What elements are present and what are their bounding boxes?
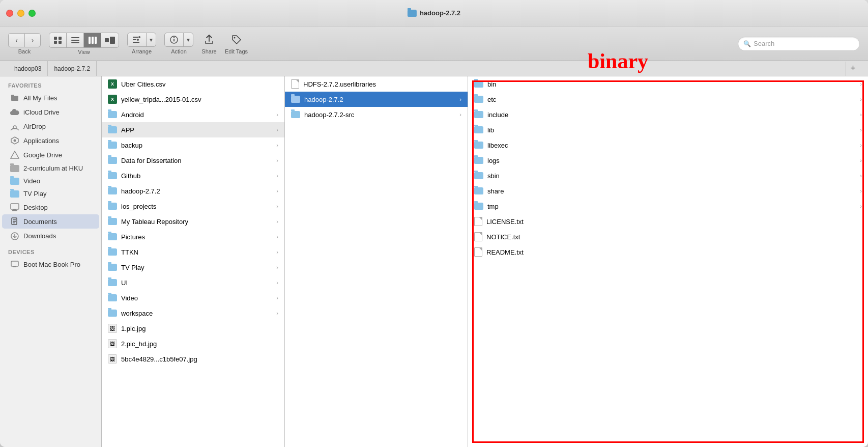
folder-icon [474, 126, 483, 133]
arrow-icon: › [860, 203, 862, 209]
list-item[interactable]: logs › [468, 153, 868, 168]
action-dropdown-btn[interactable]: ▼ [184, 33, 193, 46]
sidebar-label-video: Video [23, 177, 40, 185]
sidebar-item-documents[interactable]: Documents [2, 214, 99, 229]
list-item[interactable]: Video › [102, 290, 284, 305]
sidebar-item-airdrop[interactable]: AirDrop [2, 119, 99, 133]
list-item[interactable]: backup › [102, 137, 284, 153]
add-tab-button[interactable]: + [846, 62, 860, 76]
list-item[interactable]: Github › [102, 168, 284, 183]
list-item[interactable]: README.txt [468, 244, 868, 260]
image-icon: 🖼 [108, 354, 117, 364]
folder-icon [474, 80, 483, 88]
folder-icon [108, 187, 117, 194]
search-bar[interactable]: 🔍 Search [738, 37, 860, 51]
list-item[interactable]: Data for Dissertation › [102, 153, 284, 168]
list-item[interactable]: workspace › [102, 305, 284, 321]
list-item[interactable]: libexec › [468, 137, 868, 153]
svg-point-15 [138, 36, 140, 38]
list-item[interactable]: LICENSE.txt [468, 214, 868, 229]
list-item[interactable]: share › [468, 183, 868, 199]
maximize-button[interactable] [28, 10, 36, 17]
arrow-icon: › [276, 295, 278, 301]
share-group[interactable]: Share [201, 33, 217, 54]
edit-tags-icon [229, 33, 244, 47]
breadcrumb-hadoop03[interactable]: hadoop03 [8, 61, 48, 76]
forward-button[interactable]: › [24, 33, 41, 47]
view-list-btn[interactable] [67, 33, 84, 47]
list-item[interactable]: My Tableau Repository › [102, 214, 284, 229]
list-item[interactable]: 🖼 1.pic.jpg [102, 321, 284, 336]
list-item[interactable]: etc › [468, 92, 868, 107]
folder-icon [108, 172, 117, 179]
folder-icon [108, 233, 117, 240]
item-name: share [487, 187, 856, 195]
sidebar-item-google-drive[interactable]: Google Drive [2, 148, 99, 162]
item-name: Github [121, 172, 272, 180]
svg-rect-2 [54, 41, 57, 44]
action-main-btn[interactable] [165, 33, 184, 46]
svg-rect-11 [110, 37, 115, 44]
sidebar-item-all-my-files[interactable]: All My Files [2, 91, 99, 105]
list-item[interactable]: APP › [102, 122, 284, 137]
edit-tags-label: Edit Tags [225, 48, 248, 54]
list-item[interactable]: lib › [468, 122, 868, 137]
arrow-icon: › [459, 96, 461, 102]
list-item[interactable]: 🖼 2.pic_hd.jpg [102, 336, 284, 351]
item-name: include [487, 111, 856, 119]
list-item[interactable]: hadoop-2.7.2 › [102, 183, 284, 199]
folder-icon [291, 111, 300, 118]
back-button[interactable]: ‹ [8, 33, 24, 47]
svg-rect-21 [11, 96, 18, 101]
list-item[interactable]: include › [468, 107, 868, 122]
item-name: hadoop-2.7.2-src [304, 111, 455, 119]
action-inner: ▼ [164, 33, 193, 47]
sidebar-item-device[interactable]: Boot Mac Book Pro [2, 257, 99, 271]
sidebar-item-desktop[interactable]: Desktop [2, 200, 99, 214]
list-item[interactable]: X yellow_tripda...2015-01.csv [102, 92, 284, 107]
arrow-icon: › [276, 157, 278, 163]
item-name: README.txt [486, 248, 862, 256]
view-column-btn[interactable] [84, 33, 101, 47]
svg-point-16 [137, 39, 139, 41]
sidebar-item-tv-play[interactable]: TV Play [2, 187, 99, 200]
sidebar-label-tv-play: TV Play [23, 190, 47, 198]
item-name: My Tableau Repository [121, 218, 272, 226]
view-icon-btn[interactable] [49, 33, 67, 47]
edit-tags-group[interactable]: Edit Tags [225, 33, 248, 54]
list-item[interactable]: TV Play › [102, 260, 284, 275]
list-item[interactable]: sbin › [468, 168, 868, 183]
list-item[interactable]: TTKN › [102, 244, 284, 260]
list-item[interactable]: X Uber Cities.csv [102, 76, 284, 92]
list-item[interactable]: tmp › [468, 199, 868, 214]
close-button[interactable] [6, 10, 13, 17]
folder-icon [474, 111, 483, 118]
sidebar-item-applications[interactable]: Applications [2, 133, 99, 148]
share-label: Share [201, 48, 216, 54]
item-name: APP [121, 126, 272, 134]
sidebar-item-video[interactable]: Video [2, 175, 99, 187]
svg-rect-26 [11, 204, 19, 209]
breadcrumb-hadoop272[interactable]: hadoop-2.7.2 [48, 61, 97, 76]
list-item[interactable]: 🖼 5bc4e4829...c1b5fe07.jpg [102, 351, 284, 367]
list-item[interactable]: bin › [468, 76, 868, 92]
arrange-main-btn[interactable] [128, 33, 147, 46]
excel-icon: X [108, 79, 117, 89]
arrange-dropdown-btn[interactable]: ▼ [147, 33, 156, 46]
folder-icon [108, 111, 117, 118]
sidebar-item-2-curriculum[interactable]: 2-curriculum at HKU [2, 162, 99, 175]
list-item[interactable]: hadoop-2.7.2 › [285, 92, 468, 107]
view-cover-btn[interactable] [101, 33, 119, 47]
list-item[interactable]: hadoop-2.7.2-src › [285, 107, 468, 122]
list-item[interactable]: NOTICE.txt [468, 229, 868, 244]
list-item[interactable]: HDFS-2.7.2.userlibraries [285, 76, 468, 92]
list-item[interactable]: UI › [102, 275, 284, 290]
list-item[interactable]: Android › [102, 107, 284, 122]
arrow-icon: › [860, 81, 862, 87]
arrow-icon: › [276, 127, 278, 133]
sidebar-item-downloads[interactable]: Downloads [2, 229, 99, 243]
list-item[interactable]: Pictures › [102, 229, 284, 244]
minimize-button[interactable] [17, 10, 24, 17]
sidebar-item-icloud-drive[interactable]: iCloud Drive [2, 105, 99, 119]
list-item[interactable]: ios_projects › [102, 199, 284, 214]
